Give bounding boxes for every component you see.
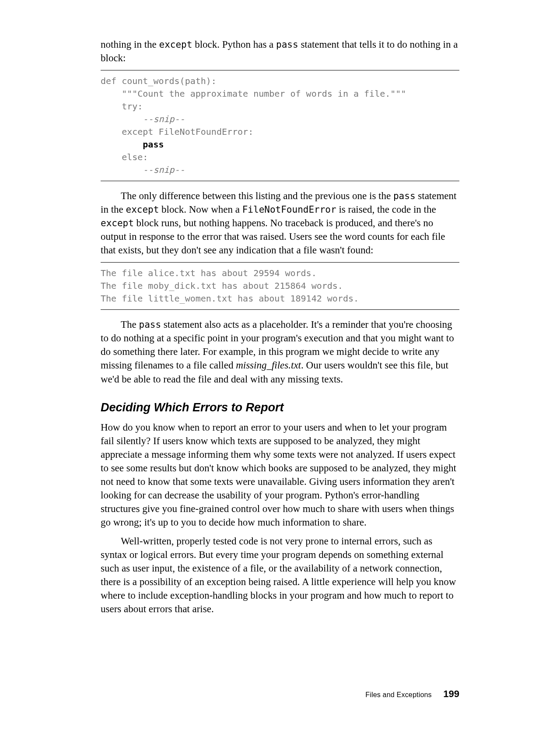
output-line: The file little_women.txt has about 1891…	[101, 293, 359, 304]
output-line: The file alice.txt has about 29594 words…	[101, 268, 317, 278]
code-listing-1: def count_words(path): """Count the appr…	[101, 70, 459, 181]
text: nothing in the	[101, 39, 159, 50]
page: nothing in the except block. Python has …	[0, 0, 560, 740]
footer-chapter-title: Files and Exceptions	[365, 691, 432, 698]
text: The	[121, 319, 139, 330]
code-line: def count_words(path):	[101, 76, 217, 86]
paragraph-placeholder: The pass statement also acts as a placeh…	[101, 318, 459, 386]
code-line: except FileNotFoundError:	[101, 126, 253, 137]
filename-italic: missing_files.txt	[236, 360, 301, 371]
text: block runs, but nothing happens. No trac…	[101, 217, 445, 256]
text: block. Now when a	[159, 204, 242, 215]
code-line: """Count the approximate number of words…	[101, 88, 406, 99]
code-emphasis-pass: pass	[143, 139, 164, 150]
inline-code: pass	[139, 319, 161, 330]
code-listing-2: The file alice.txt has about 29594 words…	[101, 262, 459, 310]
paragraph-when-report: How do you know when to report an error …	[101, 421, 459, 529]
paragraph-explain-pass: The only difference between this listing…	[101, 189, 459, 257]
inline-code: pass	[276, 39, 298, 50]
inline-code: FileNotFoundError	[242, 204, 336, 215]
code-snip: --snip--	[101, 114, 185, 124]
inline-code: pass	[393, 191, 416, 201]
code-line: else:	[101, 152, 148, 162]
inline-code: except	[126, 204, 159, 215]
code-indent	[101, 139, 143, 150]
paragraph-well-written: Well-written, properly tested code is no…	[101, 534, 459, 616]
text: block. Python has a	[192, 39, 276, 50]
inline-code: except	[101, 218, 134, 228]
code-line: try:	[101, 101, 143, 112]
output-line: The file moby_dick.txt has about 215864 …	[101, 281, 343, 291]
page-footer: Files and Exceptions 199	[365, 688, 459, 700]
paragraph-intro: nothing in the except block. Python has …	[101, 38, 459, 65]
code-snip: --snip--	[101, 165, 185, 175]
text: The only difference between this listing…	[121, 190, 393, 201]
subheading-deciding-errors: Deciding Which Errors to Report	[101, 401, 459, 414]
text: is raised, the code in the	[336, 204, 436, 215]
inline-code: except	[159, 39, 192, 50]
footer-page-number: 199	[443, 688, 459, 699]
